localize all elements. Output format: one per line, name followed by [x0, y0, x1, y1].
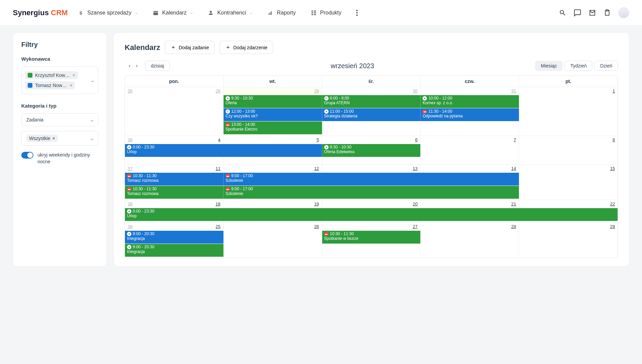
day-number: 21 — [511, 201, 516, 206]
calendar-event[interactable]: ★0:00 - 23:30Urlop — [125, 144, 322, 157]
performer-chip[interactable]: Krzysztof Kow…× — [25, 71, 78, 79]
nav-szanse-sprzedaży[interactable]: $Szanse sprzedaży⌵ — [78, 10, 138, 16]
calendar-event[interactable]: ✆8:00 - 9:00Grupa ATERN — [322, 95, 421, 108]
day-number: 31 — [511, 88, 516, 93]
day-number: 29 — [610, 224, 615, 229]
day-number: 30 — [413, 88, 417, 93]
day-header: śr. — [322, 76, 421, 87]
calendar-event[interactable]: ▬13:00 - 14:00Spotkanie Electro — [224, 121, 322, 134]
svg-rect-13 — [606, 9, 608, 11]
calendar-cell[interactable]: 1 — [519, 87, 618, 136]
next-month-icon[interactable]: › — [136, 63, 137, 69]
prev-month-icon[interactable]: ‹ — [129, 63, 130, 69]
calendar-event[interactable]: ★9:00 - 20:30Integracja — [125, 244, 224, 257]
remove-chip-icon[interactable]: × — [73, 73, 75, 78]
calendar-cell[interactable]: 29 — [519, 223, 618, 258]
calendar-event[interactable]: ▬10:30 - 11:30Tomasz rozmowa — [125, 173, 224, 186]
svg-rect-2 — [154, 12, 158, 12]
main-nav: $Szanse sprzedaży⌵Kalendarz⌵Kontrahenci⌵… — [78, 10, 559, 16]
nav-produkty[interactable]: Produkty — [311, 10, 341, 16]
calendar-week-row: 113712131415▬10:30 - 11:30Tomasz rozmowa… — [125, 165, 618, 200]
day-number: 20 — [413, 201, 417, 206]
calendar-cell[interactable]: 15 — [519, 165, 618, 200]
chevron-down-icon: ⌵ — [91, 136, 93, 141]
calendar-event[interactable]: ★9:30 - 10:30Oferta — [224, 95, 322, 108]
mail-icon[interactable] — [589, 9, 596, 17]
svg-rect-8 — [311, 12, 313, 13]
nav-kalendarz[interactable]: Kalendarz⌵ — [153, 10, 193, 16]
svg-rect-10 — [314, 10, 316, 11]
calendar-event[interactable]: ▬10:30 - 11:30Spotkanie w biurze — [322, 231, 421, 244]
calendar-week-row: 253926272829★9:00 - 20:30Integracja▬10:3… — [125, 223, 618, 258]
remove-chip-icon[interactable]: × — [70, 83, 72, 88]
calendar-content: Kalendarz ＋Dodaj zadanie ＋Dodaj zdarzeni… — [113, 32, 629, 267]
calendar-event[interactable]: ★9:00 - 20:30Integracja — [125, 231, 224, 244]
nav-raporty[interactable]: Raporty — [267, 10, 296, 16]
day-number: 28 — [511, 224, 516, 229]
hide-weekends-toggle[interactable] — [21, 152, 33, 159]
day-number: 13 — [413, 166, 417, 171]
calendar-event[interactable]: ▬9:00 - 17:00Szkolenie — [224, 173, 519, 186]
performer-chips[interactable]: Krzysztof Kow…×Tomasz Now…×⌵ — [21, 66, 98, 94]
logo: Synergius CRM — [13, 8, 68, 17]
performer-label: Wykonawca — [21, 56, 98, 62]
view-week-button[interactable]: Tydzień — [565, 61, 592, 71]
week-number: 35 — [128, 88, 132, 93]
calendar-week-row: 4365678★0:00 - 23:30Urlop★9:30 - 10:30Of… — [125, 136, 618, 165]
calendar-event[interactable]: ▬9:00 - 17:00Szkolenie — [224, 186, 519, 199]
svg-rect-4 — [268, 13, 269, 15]
day-number: 4 — [218, 137, 221, 142]
toggle-label: ukryj weekendy i godziny nocne — [37, 152, 98, 165]
filters-title: Filtry — [21, 41, 98, 49]
svg-rect-11 — [314, 12, 316, 13]
topbar: Synergius CRM $Szanse sprzedaży⌵Kalendar… — [0, 0, 642, 26]
calendar-cell[interactable]: 26 — [224, 223, 322, 258]
search-icon[interactable] — [559, 9, 566, 17]
day-number: 27 — [413, 224, 417, 229]
calendar-cell[interactable]: 2835 — [125, 87, 224, 136]
chevron-down-icon: ⌵ — [250, 10, 253, 15]
calendar-event[interactable]: ▬11:30 - 14:00Odpowiedź na pytania — [420, 108, 519, 121]
avatar[interactable] — [618, 7, 629, 18]
chat-icon[interactable] — [574, 9, 581, 17]
calendar-cell[interactable]: 28 — [420, 223, 519, 258]
page-title: Kalendarz — [125, 43, 160, 52]
clipboard-icon[interactable] — [604, 9, 611, 17]
day-number: 25 — [215, 224, 220, 229]
nav-kontrahenci[interactable]: Kontrahenci⌵ — [208, 10, 252, 16]
performer-chip[interactable]: Tomasz Now…× — [25, 81, 75, 89]
chevron-down-icon: ⌵ — [190, 10, 193, 15]
more-menu-icon[interactable] — [356, 10, 358, 16]
remove-chip-icon[interactable]: × — [52, 136, 55, 141]
svg-rect-6 — [271, 11, 272, 15]
category-select[interactable]: Zadania ⌵ — [21, 113, 98, 126]
week-number: 38 — [128, 201, 132, 206]
day-number: 29 — [314, 88, 319, 93]
type-select[interactable]: Wszystkie× ⌵ — [21, 131, 98, 146]
day-number: 22 — [610, 201, 615, 206]
calendar-event[interactable]: ★0:00 - 23:30Urlop — [125, 208, 618, 221]
calendar-event[interactable]: ★9:30 - 10:30Oferta Edelweiss — [322, 144, 421, 157]
svg-rect-7 — [311, 10, 313, 11]
today-button[interactable]: dzisiaj — [145, 61, 170, 71]
day-header: wt. — [224, 76, 322, 87]
day-number: 5 — [316, 137, 319, 142]
category-label: Kategoria i typ — [21, 103, 98, 109]
week-number: 37 — [128, 166, 132, 171]
calendar-event[interactable]: ★11:00 - 15:00Strategia działania — [322, 108, 421, 121]
view-month-button[interactable]: Miesiąc — [535, 61, 562, 71]
day-number: 19 — [314, 201, 319, 206]
calendar-week-row: 183819202122★0:00 - 23:30Urlop — [125, 200, 618, 223]
calendar-cell[interactable]: 7 — [420, 136, 519, 164]
calendar-cell[interactable]: 8 — [519, 136, 618, 164]
calendar-event[interactable]: ✆12:00 - 13:00Czy wszystko ok? — [224, 108, 322, 121]
calendar-event[interactable]: ★10:00 - 12:00Kornex sp. z o.o. — [420, 95, 519, 108]
chevron-down-icon[interactable]: ⌵ — [91, 78, 94, 83]
add-event-button[interactable]: ＋Dodaj zdarzenie — [220, 41, 273, 54]
calendar-event[interactable]: ▬10:30 - 11:30Tomasz rozmowa — [125, 186, 224, 199]
svg-rect-5 — [270, 12, 271, 15]
day-number: 14 — [511, 166, 516, 171]
chevron-down-icon: ⌵ — [135, 10, 138, 15]
add-task-button[interactable]: ＋Dodaj zadanie — [165, 41, 215, 54]
view-day-button[interactable]: Dzień — [594, 61, 618, 71]
